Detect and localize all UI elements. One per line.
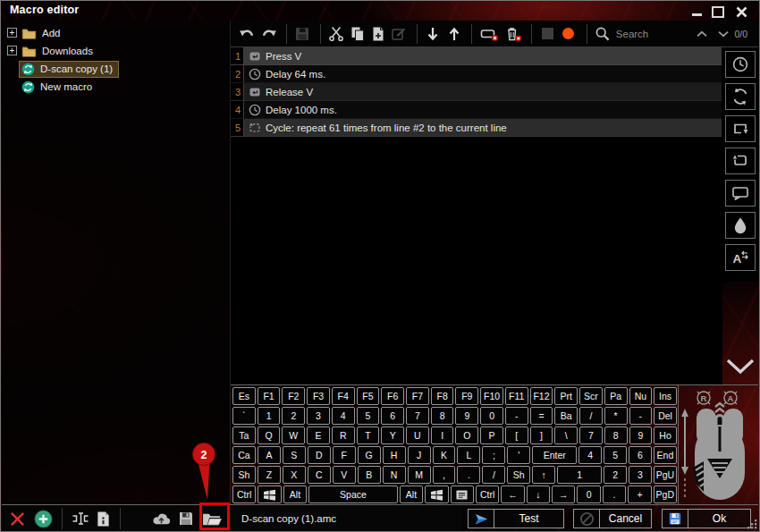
insert-loop-button[interactable] bbox=[725, 148, 756, 174]
insert-droplet-button[interactable] bbox=[725, 212, 756, 239]
key-e[interactable]: E bbox=[307, 426, 330, 444]
key-j[interactable]: J bbox=[408, 446, 431, 464]
key-enter[interactable]: Enter bbox=[532, 446, 577, 464]
key-3[interactable]: 3 bbox=[307, 407, 330, 425]
key-f1[interactable]: F1 bbox=[258, 387, 281, 405]
key-9[interactable]: 9 bbox=[629, 426, 653, 444]
maximize-button[interactable] bbox=[711, 5, 725, 18]
key-n[interactable]: N bbox=[383, 466, 406, 484]
key-alt[interactable]: Alt bbox=[283, 486, 307, 503]
key-z[interactable]: Z bbox=[258, 466, 281, 484]
key-key[interactable]: ; bbox=[482, 446, 505, 464]
undo-button[interactable] bbox=[238, 23, 257, 45]
key-l[interactable]: L bbox=[457, 446, 480, 464]
minimize-button[interactable] bbox=[689, 5, 704, 18]
key-t[interactable]: T bbox=[357, 426, 380, 444]
key-key[interactable]: - bbox=[629, 407, 653, 425]
key-5[interactable]: 5 bbox=[604, 446, 627, 464]
save-button[interactable] bbox=[292, 23, 311, 45]
insert-delay-button[interactable] bbox=[725, 51, 756, 78]
tree-item-add[interactable]: +Add bbox=[2, 24, 230, 42]
key-es[interactable]: Es bbox=[232, 387, 256, 405]
key-win[interactable] bbox=[258, 486, 281, 503]
key-win[interactable] bbox=[425, 486, 448, 503]
key-key[interactable]: - bbox=[505, 407, 528, 425]
key-v[interactable]: V bbox=[333, 466, 356, 484]
key-2[interactable]: 2 bbox=[282, 407, 305, 425]
paste-new-line-button[interactable] bbox=[368, 23, 387, 45]
key-g[interactable]: G bbox=[358, 446, 381, 464]
macro-step-5[interactable]: 5Cycle: repeat 61 times from line #2 to … bbox=[231, 119, 722, 137]
key-2[interactable]: 2 bbox=[604, 466, 627, 484]
key-r[interactable]: R bbox=[332, 426, 355, 444]
key-6[interactable]: 6 bbox=[629, 446, 652, 464]
tree-item-d-scan-copy-1[interactable]: D-scan copy (1) bbox=[2, 60, 230, 78]
macro-step-3[interactable]: 3Release V bbox=[231, 83, 722, 101]
key-key[interactable]: / bbox=[579, 407, 603, 425]
key-b[interactable]: B bbox=[358, 466, 381, 484]
delete-all-button[interactable] bbox=[502, 23, 523, 45]
key-o[interactable]: O bbox=[455, 426, 478, 444]
key-key[interactable]: = bbox=[530, 407, 553, 425]
test-button[interactable]: Test bbox=[468, 509, 564, 528]
key-1[interactable]: 1 bbox=[258, 407, 281, 425]
key-0[interactable]: 0 bbox=[480, 407, 503, 425]
key-c[interactable]: C bbox=[308, 466, 331, 484]
stop-button[interactable] bbox=[538, 23, 557, 45]
search-prev-button[interactable] bbox=[693, 23, 712, 45]
insert-cycle-button[interactable] bbox=[725, 83, 756, 110]
key-key[interactable]: / bbox=[482, 466, 505, 484]
key-k[interactable]: K bbox=[433, 446, 456, 464]
key-4[interactable]: 4 bbox=[578, 446, 602, 464]
key-end[interactable]: End bbox=[654, 446, 677, 464]
cut-button[interactable] bbox=[327, 23, 346, 45]
key-pgu[interactable]: PgU bbox=[654, 466, 677, 484]
key-f8[interactable]: F8 bbox=[431, 387, 454, 405]
key-key[interactable]: → bbox=[552, 486, 575, 503]
key-ca[interactable]: Ca bbox=[232, 446, 256, 464]
key-space[interactable]: Space bbox=[308, 486, 398, 503]
key-f4[interactable]: F4 bbox=[332, 387, 355, 405]
key-key[interactable]: ` bbox=[232, 407, 256, 425]
sidebar-expand-button[interactable] bbox=[725, 358, 756, 379]
cloud-upload-button[interactable] bbox=[151, 511, 172, 527]
copy-button[interactable] bbox=[348, 23, 367, 45]
key-ins[interactable]: Ins bbox=[654, 387, 677, 405]
key-prt[interactable]: Prt bbox=[554, 387, 578, 405]
insert-comment-button[interactable] bbox=[725, 180, 756, 207]
key-ta[interactable]: Ta bbox=[232, 426, 256, 444]
search-input[interactable] bbox=[614, 28, 693, 40]
key-u[interactable]: U bbox=[406, 426, 429, 444]
key-1[interactable]: 1 bbox=[557, 466, 602, 484]
tree-expander-icon[interactable]: + bbox=[7, 46, 17, 55]
key-key[interactable]: * bbox=[604, 407, 628, 425]
key-alt[interactable]: Alt bbox=[400, 486, 423, 503]
key-8[interactable]: 8 bbox=[431, 407, 454, 425]
macro-step-4[interactable]: 4Delay 1000 ms. bbox=[231, 101, 722, 119]
key-9[interactable]: 9 bbox=[455, 407, 478, 425]
record-button[interactable] bbox=[559, 23, 578, 45]
key-6[interactable]: 6 bbox=[381, 407, 404, 425]
key-5[interactable]: 5 bbox=[357, 407, 380, 425]
key-ho[interactable]: Ho bbox=[654, 426, 677, 444]
key-key[interactable]: . bbox=[457, 466, 480, 484]
tree-item-new-macro[interactable]: New macro bbox=[2, 78, 230, 96]
ok-button[interactable]: Ok bbox=[662, 509, 751, 528]
save-macro-button[interactable] bbox=[178, 511, 194, 527]
move-up-button[interactable] bbox=[444, 23, 463, 45]
tree-expander-icon[interactable]: + bbox=[7, 28, 17, 38]
redo-button[interactable] bbox=[258, 23, 277, 45]
key-ctrl[interactable]: Ctrl bbox=[476, 486, 499, 503]
resize-grip[interactable] bbox=[747, 519, 757, 529]
key-del[interactable]: Del bbox=[654, 407, 677, 425]
delete-macro-button[interactable] bbox=[9, 511, 26, 528]
key-ctrl[interactable]: Ctrl bbox=[232, 486, 256, 503]
search-next-button[interactable] bbox=[714, 23, 732, 45]
key-f[interactable]: F bbox=[333, 446, 356, 464]
key-key[interactable]: ← bbox=[501, 486, 524, 503]
key-key[interactable]: ↑ bbox=[532, 466, 555, 484]
key-key[interactable]: . bbox=[603, 486, 626, 503]
macro-step-1[interactable]: 1Press V bbox=[231, 47, 722, 65]
insert-text-button[interactable]: A bbox=[725, 244, 756, 271]
key-s[interactable]: S bbox=[283, 446, 306, 464]
